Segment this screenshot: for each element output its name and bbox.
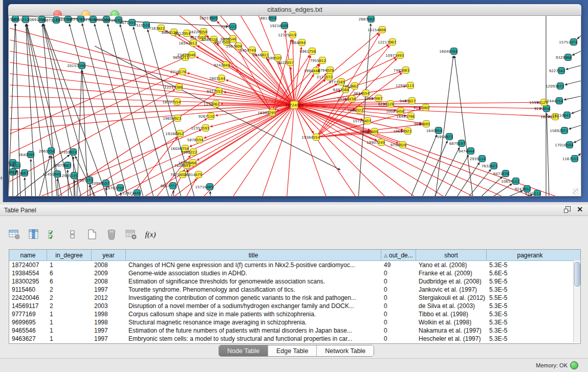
table-cell[interactable]: de Silva et al. (2003): [416, 302, 487, 310]
table-row[interactable]: 911546021997Tourette syndrome. Phenomeno…: [9, 286, 580, 294]
table-cell[interactable]: 0: [381, 302, 416, 310]
table-cell[interactable]: 5.3E-5: [487, 326, 573, 335]
table-cell[interactable]: 2008: [92, 277, 126, 286]
table-cell[interactable]: 0: [381, 277, 416, 286]
table-cell[interactable]: 2008: [92, 261, 126, 269]
show-columns-icon[interactable]: [27, 227, 41, 242]
left-splitter-strip[interactable]: [0, 0, 3, 202]
table-cell[interactable]: 5.3E-5: [487, 286, 573, 294]
network-window-titlebar[interactable]: citations_edges.txt: [8, 4, 581, 16]
table-cell[interactable]: 14569117: [9, 302, 47, 310]
table-row[interactable]: 1938455462009Genome-wide association stu…: [9, 269, 580, 277]
table-cell[interactable]: 5.5E-5: [487, 294, 573, 302]
table-cell[interactable]: Hescheler et al. (1997): [416, 335, 487, 343]
table-cell[interactable]: 0: [381, 335, 416, 343]
table-cell[interactable]: Nakamura et al. (1997): [416, 326, 487, 335]
table-cell[interactable]: Estimation of the future numbers of pati…: [126, 326, 381, 335]
table-cell[interactable]: Disruption of a novel member of a sodium…: [126, 302, 381, 310]
column-header-year[interactable]: year: [92, 250, 126, 260]
column-header-pagerank[interactable]: pagerank: [487, 250, 573, 260]
table-cell[interactable]: 1: [47, 261, 92, 269]
table-cell[interactable]: Franke et al. (2009): [416, 269, 487, 277]
table-cell[interactable]: 1: [47, 335, 92, 343]
table-cell[interactable]: 9699695: [9, 318, 47, 326]
table-cell[interactable]: 18300295: [9, 277, 47, 286]
table-cell[interactable]: 1: [47, 310, 92, 318]
table-cell[interactable]: 5.6E-5: [487, 269, 573, 277]
table-settings-icon[interactable]: [7, 227, 21, 242]
table-row[interactable]: 969969511998Structural magnetic resonanc…: [9, 318, 580, 326]
column-header-out_de[interactable]: △out_de...: [381, 250, 416, 260]
table-cell[interactable]: Corpus callosum shape and size in male p…: [126, 310, 381, 318]
table-cell[interactable]: Genome-wide association studies in ADHD.: [126, 269, 381, 277]
table-cell[interactable]: 2: [47, 294, 92, 302]
table-cell[interactable]: 1: [47, 318, 92, 326]
table-row[interactable]: 1456911722003Disruption of a novel membe…: [9, 302, 580, 310]
tab-node-table[interactable]: Node Table: [219, 345, 268, 356]
table-cell[interactable]: Structural magnetic resonance image aver…: [126, 318, 381, 326]
table-cell[interactable]: 1997: [92, 286, 126, 294]
table-cell[interactable]: 18724007: [9, 261, 47, 269]
tab-edge-table[interactable]: Edge Table: [268, 345, 317, 356]
collapse-left-arrow-icon[interactable]: [0, 176, 2, 180]
table-cell[interactable]: 0: [381, 310, 416, 318]
table-cell[interactable]: 2003: [92, 302, 126, 310]
tab-network-table[interactable]: Network Table: [317, 345, 374, 356]
select-all-icon[interactable]: [46, 227, 60, 242]
table-cell[interactable]: 19384554: [9, 269, 47, 277]
table-cell[interactable]: Embryonic stem cells: a model to study s…: [126, 335, 381, 343]
table-cell[interactable]: 0: [381, 286, 416, 294]
table-cell[interactable]: Jankovic et al. (1997): [416, 286, 487, 294]
table-cell[interactable]: 0: [381, 294, 416, 302]
table-cell[interactable]: Wolkin et al. (1998): [416, 318, 487, 326]
table-cell[interactable]: Changes of HCN gene expression and I(f) …: [126, 261, 381, 269]
table-cell[interactable]: 6: [47, 277, 92, 286]
table-cell[interactable]: 2009: [92, 269, 126, 277]
table-row[interactable]: 946362711997Embryonic stem cells: a mode…: [9, 335, 580, 343]
create-table-icon[interactable]: [85, 227, 99, 242]
float-panel-icon[interactable]: [564, 206, 571, 213]
table-cell[interactable]: 22420046: [9, 294, 47, 302]
table-cell[interactable]: Dudbridge et al. (2008): [416, 277, 487, 286]
table-cell[interactable]: Tibbo et al. (1998): [416, 310, 487, 318]
table-cell[interactable]: Estimation of significance thresholds fo…: [126, 277, 381, 286]
table-cell[interactable]: 1997: [92, 326, 126, 335]
column-header-name[interactable]: name: [9, 250, 47, 260]
network-view-window[interactable]: citations_edges.txt 26155271405571220691…: [8, 4, 581, 196]
table-cell[interactable]: 1998: [92, 310, 126, 318]
table-cell[interactable]: 6: [47, 269, 92, 277]
table-cell[interactable]: 9463627: [9, 335, 47, 343]
clear-selection-icon[interactable]: [66, 227, 80, 242]
table-cell[interactable]: 1: [47, 326, 92, 335]
column-header-in_degree[interactable]: in_degree: [47, 250, 92, 260]
table-row[interactable]: 977716911998Corpus callosum shape and si…: [9, 310, 580, 318]
table-cell[interactable]: 0: [381, 326, 416, 335]
table-cell[interactable]: 9465546: [9, 326, 47, 335]
table-row[interactable]: 1830029562008Estimation of significance …: [9, 277, 580, 286]
table-row[interactable]: 946554611997Estimation of the future num…: [9, 326, 580, 335]
destroy-table-icon[interactable]: [124, 227, 138, 242]
delete-table-icon[interactable]: [104, 227, 119, 242]
window-resize-grip[interactable]: [573, 188, 579, 195]
memory-status-icon[interactable]: [570, 361, 578, 369]
table-cell[interactable]: 9115460: [9, 286, 47, 294]
column-header-title[interactable]: title: [126, 250, 381, 260]
table-cell[interactable]: 5.3E-5: [487, 302, 573, 310]
table-cell[interactable]: 1998: [92, 318, 126, 326]
vertical-scrollbar[interactable]: [573, 260, 580, 342]
table-cell[interactable]: 5.3E-5: [487, 261, 573, 269]
table-cell[interactable]: 9777169: [9, 310, 47, 318]
table-cell[interactable]: 2: [47, 302, 92, 310]
table-cell[interactable]: 2012: [92, 294, 126, 302]
table-cell[interactable]: 5.3E-5: [487, 318, 573, 326]
table-cell[interactable]: 0: [381, 318, 416, 326]
table-cell[interactable]: Tourette syndrome. Phenomenology and cla…: [126, 286, 381, 294]
table-cell[interactable]: 5.9E-5: [487, 277, 573, 286]
column-header-short[interactable]: short: [416, 250, 487, 260]
table-cell[interactable]: 5.3E-5: [487, 335, 573, 343]
network-canvas[interactable]: 2615527140557122069140610875122248471410…: [8, 16, 581, 196]
table-row[interactable]: 1872400712008Changes of HCN gene express…: [9, 261, 580, 269]
table-cell[interactable]: 0: [381, 269, 416, 277]
table-cell[interactable]: 1997: [92, 335, 126, 343]
table-cell[interactable]: Yano et al. (2008): [416, 261, 487, 269]
